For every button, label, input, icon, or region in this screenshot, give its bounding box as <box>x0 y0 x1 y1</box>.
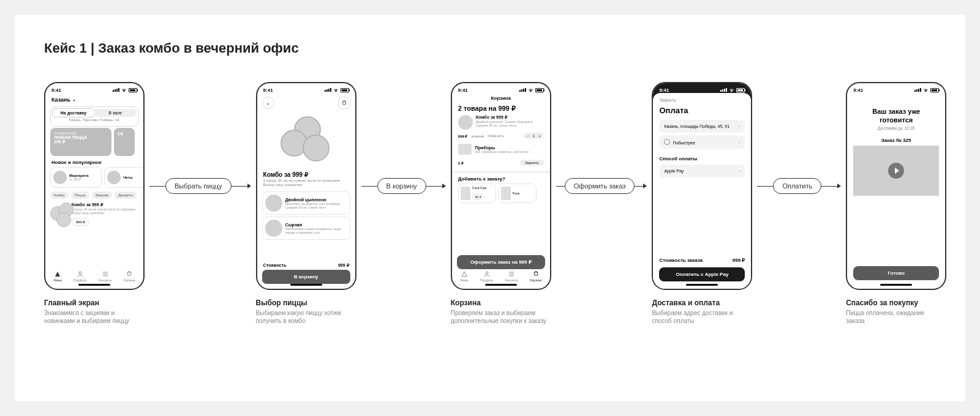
wifi-icon <box>121 88 127 92</box>
svg-point-0 <box>79 272 81 274</box>
arrow-icon <box>247 184 251 188</box>
screen-label-title: Спасибо за покупку <box>846 299 944 307</box>
address-row[interactable]: Казань, площадь Победы, 45, 91› <box>659 120 745 133</box>
upsell-header: Добавить к заказу? <box>452 173 550 184</box>
cart-mini-button[interactable] <box>338 97 350 109</box>
status-bar: 9:41 <box>45 83 143 94</box>
category-chip[interactable]: Закуски <box>92 191 113 199</box>
case-title: Кейс 1 | Заказ комбо в вечерний офис <box>44 40 299 56</box>
coke-icon <box>461 187 470 200</box>
delivery-address[interactable]: Казань, Проспект Победы, 91 <box>53 117 136 124</box>
wifi-icon <box>528 88 533 92</box>
plus-icon[interactable]: + <box>538 134 541 138</box>
back-button[interactable]: ⌄ <box>262 97 274 109</box>
category-chip[interactable]: Пицца <box>71 191 89 199</box>
upsell-card[interactable]: Coca Cola90 ₽ <box>458 184 496 203</box>
pizza-thumb <box>265 220 282 237</box>
tab-bar: Меню Профиль Контакты Корзина <box>452 269 550 284</box>
section-header: Новое и популярное <box>45 156 143 167</box>
screen-label-title: Выбор пиццы <box>256 299 354 307</box>
screen-label-sub: Выбираем какую пиццу хотим получить в ко… <box>256 309 354 325</box>
tab-profile[interactable]: Профиль <box>480 270 494 282</box>
promo-banner[interactable]: ТОЛЬКО В МАЕ ЛЮБАЯ ПИЦЦА 199 ₽ <box>50 128 111 156</box>
segment-dinein[interactable]: В зале <box>94 109 136 117</box>
product-card-partial[interactable]: Четы <box>104 167 145 188</box>
promo-banner-partial[interactable]: СК <box>114 128 135 156</box>
minus-icon[interactable]: − <box>527 134 529 138</box>
flow-step-label: В корзину <box>377 178 426 194</box>
close-button[interactable]: Закрыть <box>659 98 745 102</box>
combo-price-button[interactable]: 999 ₽ <box>72 218 90 226</box>
quantity-stepper[interactable]: − 1 + <box>524 133 543 139</box>
roll-icon <box>501 187 511 200</box>
tab-contacts[interactable]: Контакты <box>505 270 519 282</box>
payment-method-row[interactable]: Apple Pay› <box>659 165 745 177</box>
status-bar: 9:41 <box>452 83 550 94</box>
battery-icon <box>129 88 137 92</box>
signal-icon <box>325 88 331 92</box>
checkout-button[interactable]: Оформить заказ на 999 ₽ <box>457 255 545 269</box>
success-message: Ваш заказ уже готовится <box>847 94 945 125</box>
chevron-down-icon: ⌄ <box>72 97 76 102</box>
battery-icon <box>930 88 939 92</box>
product-desc: 3 пиццы 30 см на тонком тесте по суперце… <box>257 178 355 190</box>
tab-bar: Меню Профиль Контакты Корзина <box>45 269 143 284</box>
upsell-card-partial[interactable]: Руле <box>499 184 537 203</box>
tab-cart[interactable]: Корзина <box>123 270 135 282</box>
combo-hero-image <box>281 116 332 165</box>
svg-point-1 <box>486 272 488 274</box>
cart-header: Корзина <box>452 94 550 103</box>
order-number: Заказ № 325 <box>847 136 945 146</box>
status-bar: 9:41 <box>847 83 945 94</box>
wifi-icon <box>923 88 929 92</box>
flow-connector: В корзину <box>361 178 446 194</box>
edit-item-link[interactable]: Изменить <box>488 134 504 138</box>
pizza-option[interactable]: СырнаяУвеличенная порция моцареллы, сыры… <box>262 217 350 240</box>
screen-label-title: Корзина <box>451 299 549 307</box>
utensils-image <box>458 144 472 155</box>
video-placeholder[interactable] <box>853 146 939 196</box>
tab-profile[interactable]: Профиль <box>74 270 87 282</box>
screen-product: 9:41 ⌄ <box>256 82 356 290</box>
pay-button[interactable]: Оплатить с Apple Pay <box>659 267 745 281</box>
segment-delivery[interactable]: На доставку <box>53 109 94 117</box>
flow-step-label: Выбрать пиццу <box>165 178 232 194</box>
screen-label-sub: Проверяем заказ и выбираем дополнительны… <box>451 309 549 325</box>
remove-button[interactable]: Удалить <box>520 160 544 166</box>
chevron-down-icon: ⌄ <box>266 100 270 106</box>
screen-home: 9:41 Казань⌄ На доставку В зале <box>44 82 145 290</box>
time-row[interactable]: Побыстрее› <box>659 135 745 149</box>
flow-connector: Оплатить <box>757 178 841 194</box>
screen-success: 9:41 Ваш заказ уже готовится Доставим до… <box>846 82 946 290</box>
pizza-thumb <box>107 171 121 184</box>
payment-method-header: Способ оплаты <box>659 151 745 165</box>
signal-icon <box>519 88 526 92</box>
category-chip[interactable]: Десерты <box>115 191 137 199</box>
tab-contacts[interactable]: Контакты <box>99 270 112 282</box>
tab-cart[interactable]: Корзина <box>530 270 541 282</box>
battery-icon <box>535 88 544 92</box>
combo-title: Комбо за 999 ₽ <box>72 202 138 207</box>
chevron-right-icon: › <box>739 139 741 145</box>
arrow-icon <box>837 184 841 188</box>
screen-label-sub: Знакомимся с акциями и новинками и выбир… <box>44 309 142 325</box>
done-button[interactable]: Готово <box>853 266 939 280</box>
tab-menu[interactable]: Меню <box>460 270 469 282</box>
signal-icon <box>914 88 921 92</box>
city-selector[interactable]: Казань⌄ <box>45 94 143 105</box>
product-card[interactable]: Маргаритаот 325 ₽ <box>50 167 102 188</box>
status-bar: 9:41 <box>257 83 355 94</box>
add-to-cart-button[interactable]: В корзину <box>262 270 350 284</box>
screen-cart: 9:41 Корзина 2 товара на 999 ₽ Комбо за … <box>451 82 551 290</box>
cart-item-title: Комбо за 999 ₽ <box>476 115 533 120</box>
chevron-right-icon: › <box>739 124 741 129</box>
wifi-icon <box>333 88 339 92</box>
category-chip[interactable]: Комбо <box>50 191 69 199</box>
play-icon[interactable] <box>888 163 904 179</box>
flow-step-label: Оплатить <box>773 178 821 194</box>
pizza-thumb <box>53 171 67 184</box>
flow-step-label: Оформить заказ <box>565 178 635 194</box>
screen-label-sub: Выбираем адрес доставки и способ оплаты <box>652 309 750 325</box>
tab-menu[interactable]: Меню <box>54 270 62 282</box>
pizza-option[interactable]: Двойной цыпленокЦыпленок, моцарелла, соу… <box>262 191 350 215</box>
